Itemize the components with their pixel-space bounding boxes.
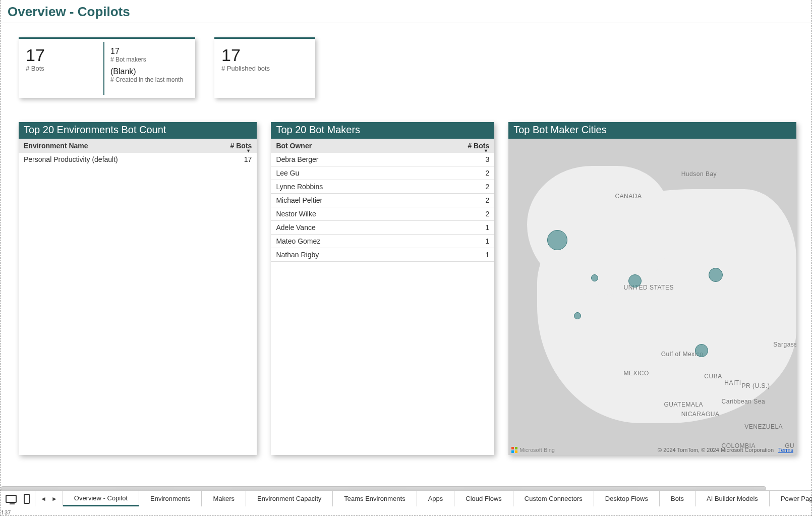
bing-label: Microsoft Bing xyxy=(519,447,555,453)
kpi-bots-value: 17 xyxy=(26,46,96,65)
table-row[interactable]: Personal Productivity (default)17 xyxy=(19,153,257,166)
panel-row: Top 20 Environments Bot Count Environmen… xyxy=(1,98,811,455)
bing-attribution: Microsoft Bing xyxy=(511,447,555,453)
page-tab[interactable]: Apps xyxy=(417,491,455,506)
page-tab[interactable]: Desktop Flows xyxy=(594,491,660,506)
kpi-published-label: # Published bots xyxy=(221,65,308,72)
map-geo-label: PR (U.S.) xyxy=(742,382,770,389)
makers-col-bots[interactable]: # Bots ▾ xyxy=(415,139,494,153)
tab-nav-arrows: ◄ ► xyxy=(35,491,63,506)
maker-bots-cell: 1 xyxy=(415,221,494,235)
kpi-published-value: 17 xyxy=(221,46,308,65)
page-tab[interactable]: AI Builder Models xyxy=(695,491,770,506)
map-bubble[interactable] xyxy=(695,344,708,357)
kpi-card-published-bots[interactable]: 17 # Published bots xyxy=(214,37,315,98)
map-geo-label: CUBA xyxy=(704,373,722,380)
panel-makers-title: Top 20 Bot Makers xyxy=(271,122,494,139)
horizontal-scrollbar[interactable] xyxy=(1,486,766,490)
map-geo-label: VENEZUELA xyxy=(744,423,783,430)
env-name-cell: Personal Productivity (default) xyxy=(19,153,201,166)
maker-bots-cell: 2 xyxy=(415,194,494,207)
maker-bots-cell: 1 xyxy=(415,248,494,262)
kpi-bots-label: # Bots xyxy=(26,65,96,72)
map-geo-label: Hudson Bay xyxy=(681,170,717,178)
panel-environments-title: Top 20 Environments Bot Count xyxy=(19,122,257,139)
map-geo-label: Sargass xyxy=(773,341,796,348)
page-tab-strip: ◄ ► Overview - CopilotEnvironmentsMakers… xyxy=(1,490,811,506)
kpi-bot-makers-value: 17 xyxy=(110,47,189,56)
table-row[interactable]: Mateo Gomez1 xyxy=(271,235,494,248)
env-col-name[interactable]: Environment Name xyxy=(19,139,201,153)
makers-col-owner[interactable]: Bot Owner xyxy=(271,139,415,153)
maker-name-cell: Debra Berger xyxy=(271,153,415,166)
map-geo-label: GUATEMALA xyxy=(664,401,703,408)
kpi-created-value: (Blank) xyxy=(110,67,189,76)
table-row[interactable]: Michael Peltier2 xyxy=(271,194,494,207)
maker-bots-cell: 3 xyxy=(415,153,494,166)
table-row[interactable]: Lee Gu2 xyxy=(271,166,494,180)
map-bubble[interactable] xyxy=(547,230,567,250)
page-tab[interactable]: Environments xyxy=(139,491,202,506)
table-row[interactable]: Nathan Rigby1 xyxy=(271,248,494,262)
page-tab[interactable]: Teams Environments xyxy=(333,491,417,506)
maker-name-cell: Michael Peltier xyxy=(271,194,415,207)
map-geo-label: NICARAGUA xyxy=(681,411,720,418)
page-tab[interactable]: Overview - Copilot xyxy=(63,491,139,506)
sort-desc-icon: ▾ xyxy=(485,148,487,153)
microsoft-logo-icon xyxy=(511,447,517,453)
map-geo-label: HAITI xyxy=(724,379,741,386)
maker-bots-cell: 2 xyxy=(415,207,494,221)
map-attribution-text: © 2024 TomTom, © 2024 Microsoft Corporat… xyxy=(658,447,774,453)
kpi-bot-makers: 17 # Bot makers xyxy=(110,47,189,63)
map-visual[interactable]: Hudson BayCANADAUNITED STATESGulf of Mex… xyxy=(508,139,796,455)
table-row[interactable]: Adele Vance1 xyxy=(271,221,494,235)
maker-bots-cell: 2 xyxy=(415,166,494,180)
maker-name-cell: Nathan Rigby xyxy=(271,248,415,262)
table-row[interactable]: Nestor Wilke2 xyxy=(271,207,494,221)
panel-environments[interactable]: Top 20 Environments Bot Count Environmen… xyxy=(19,122,257,455)
page-tab[interactable]: Bots xyxy=(660,491,695,506)
page-tab[interactable]: Makers xyxy=(202,491,246,506)
kpi-right-stack: 17 # Bot makers (Blank) # Created in the… xyxy=(103,42,195,95)
map-bubble[interactable] xyxy=(709,268,723,282)
tab-prev-icon[interactable]: ◄ xyxy=(40,495,46,502)
table-row[interactable]: Debra Berger3 xyxy=(271,153,494,166)
environments-table: Environment Name # Bots ▾ Personal Produ… xyxy=(19,139,257,166)
kpi-bot-makers-label: # Bot makers xyxy=(110,56,189,63)
map-copyright: © 2024 TomTom, © 2024 Microsoft Corporat… xyxy=(658,447,793,453)
panel-map-title: Top Bot Maker Cities xyxy=(508,122,796,139)
panel-map[interactable]: Top Bot Maker Cities Hudson BayCANADAUNI… xyxy=(508,122,796,455)
table-row[interactable]: Lynne Robbins2 xyxy=(271,180,494,194)
env-col-bots[interactable]: # Bots ▾ xyxy=(201,139,257,153)
page-title: Overview - Copilots xyxy=(1,0,811,23)
page-tab[interactable]: Environment Capacity xyxy=(246,491,333,506)
map-terms-link[interactable]: Terms xyxy=(778,447,793,453)
view-mode-switch xyxy=(1,491,35,506)
desktop-view-icon[interactable] xyxy=(6,495,17,503)
mobile-view-icon[interactable] xyxy=(24,494,30,504)
tab-next-icon[interactable]: ► xyxy=(51,495,57,502)
page-counter: f 37 xyxy=(2,509,11,515)
kpi-card-bots-makers[interactable]: 17 # Bots 17 # Bot makers (Blank) # Crea… xyxy=(19,37,195,98)
report-canvas: Overview - Copilots 17 # Bots 17 # Bot m… xyxy=(0,0,812,516)
page-tab[interactable]: Cloud Flows xyxy=(454,491,513,506)
maker-bots-cell: 2 xyxy=(415,180,494,194)
kpi-created-last-month: (Blank) # Created in the last month xyxy=(110,67,189,83)
map-geo-label: Caribbean Sea xyxy=(722,398,766,405)
maker-name-cell: Mateo Gomez xyxy=(271,235,415,248)
maker-bots-cell: 1 xyxy=(415,235,494,248)
maker-name-cell: Lynne Robbins xyxy=(271,180,415,194)
panel-bot-makers[interactable]: Top 20 Bot Makers Bot Owner # Bots ▾ Deb… xyxy=(271,122,494,455)
kpi-created-label: # Created in the last month xyxy=(110,76,189,83)
maker-name-cell: Nestor Wilke xyxy=(271,207,415,221)
maker-name-cell: Lee Gu xyxy=(271,166,415,180)
kpi-row: 17 # Bots 17 # Bot makers (Blank) # Crea… xyxy=(1,37,811,98)
sort-desc-icon: ▾ xyxy=(247,148,250,153)
makers-table: Bot Owner # Bots ▾ Debra Berger3Lee Gu2L… xyxy=(271,139,494,262)
kpi-bots: 17 # Bots xyxy=(19,39,103,98)
page-tab[interactable]: Custom Connectors xyxy=(513,491,594,506)
maker-name-cell: Adele Vance xyxy=(271,221,415,235)
map-geo-label: CANADA xyxy=(615,193,642,200)
page-tab[interactable]: Power Pages xyxy=(770,491,812,506)
title-divider xyxy=(1,23,811,23)
